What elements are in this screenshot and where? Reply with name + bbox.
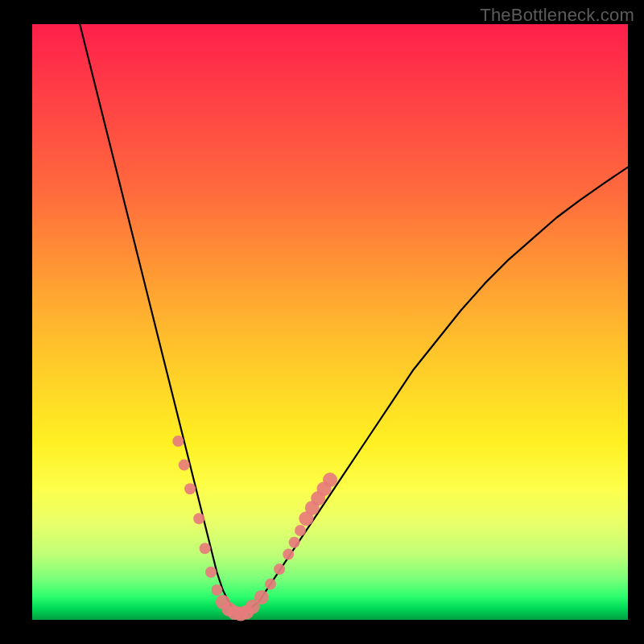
marker-point: [172, 436, 184, 447]
marker-point: [211, 584, 222, 596]
curve-svg: [32, 24, 628, 620]
marker-point: [193, 513, 204, 524]
marker-point: [323, 473, 337, 487]
marker-point: [205, 567, 217, 578]
marker-point: [184, 483, 196, 494]
marker-point: [289, 537, 300, 548]
bottleneck-curve: [80, 24, 628, 614]
marker-point: [283, 549, 294, 560]
marker-point: [200, 543, 211, 554]
watermark-text: TheBottleneck.com: [480, 5, 634, 26]
marker-point: [254, 590, 269, 605]
plot-area: [32, 24, 628, 620]
marker-point: [274, 564, 285, 575]
marker-point: [295, 525, 306, 536]
chart-frame: TheBottleneck.com: [0, 0, 644, 644]
marker-group: [172, 436, 337, 621]
marker-point: [265, 579, 276, 590]
marker-point: [179, 460, 190, 471]
